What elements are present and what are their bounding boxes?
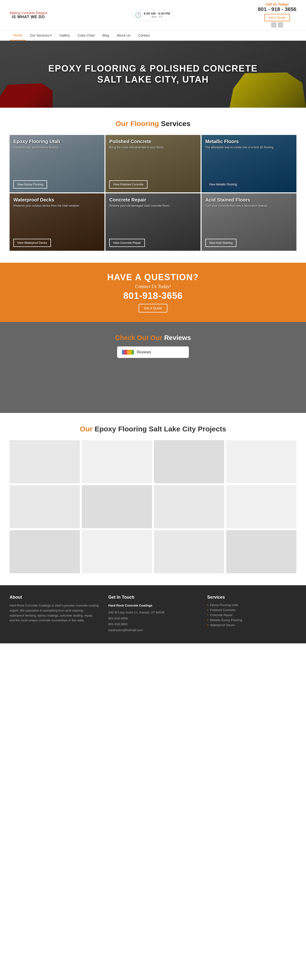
services-title: Our Flooring Services	[10, 119, 296, 128]
project-item	[10, 485, 80, 528]
project-item	[82, 530, 152, 573]
twitter-icon[interactable]: t	[278, 22, 283, 27]
project-item	[226, 440, 296, 483]
logo-subtitle: IS WHAT WE DO	[10, 15, 47, 19]
call-label: Call Us Today!	[258, 2, 296, 6]
footer-services: Services Epoxy Flooring Utah Polished Co…	[207, 595, 296, 634]
card-title-acid: Acid Stained Floors	[205, 197, 293, 203]
footer-company-name: Hard Rock Concrete Coatings	[108, 603, 197, 608]
footer-about-heading: About	[10, 595, 99, 600]
services-grid: Epoxy Flooring Utah Industrial high perf…	[10, 135, 296, 251]
cta-banner: HAVE A QUESTION? Contact Us Today! 801-9…	[0, 263, 306, 322]
view-acid-button[interactable]: View Acid Staining	[205, 239, 237, 247]
project-item	[226, 530, 296, 573]
project-item	[10, 440, 80, 483]
footer: About Hard Rock Concrete Coatings is Uta…	[0, 585, 306, 643]
reviews-content-area	[10, 358, 296, 401]
footer-service-item[interactable]: Epoxy Flooring Utah	[207, 603, 296, 607]
hero-text: EPOXY FLOORING & POLISHED CONCRETE SALT …	[48, 63, 258, 85]
header-get-quote-button[interactable]: Get A Quote	[265, 14, 290, 21]
projects-title: Our Epoxy Flooring Salt Lake City Projec…	[10, 425, 296, 433]
project-item	[226, 485, 296, 528]
service-card-polished[interactable]: Polished Concrete Bring the rustic indus…	[105, 135, 200, 192]
footer-contact-heading: Get In Touch	[108, 595, 197, 600]
footer-service-item[interactable]: Metallic Epoxy Flooring	[207, 618, 296, 622]
card-title-metallic: Metallic Floors	[205, 139, 293, 144]
view-polished-button[interactable]: View Polished Concrete	[109, 180, 147, 189]
card-title-polished: Polished Concrete	[109, 139, 197, 144]
top-header: Making Concrete Elegant IS WHAT WE DO 🕐 …	[0, 0, 306, 30]
nav-about[interactable]: About Us	[113, 30, 134, 40]
main-nav: Home Our Services Gallery Color Chart Bl…	[0, 30, 306, 41]
footer-service-item[interactable]: Polished Concrete	[207, 608, 296, 612]
card-desc-acid: Turn your concrete floor into a decorati…	[205, 204, 293, 207]
header-phone: 801 - 918 - 3656	[258, 6, 296, 13]
card-title-waterproof: Waterproof Decks	[13, 197, 101, 203]
footer-services-list: Epoxy Flooring Utah Polished Concrete Co…	[207, 603, 296, 627]
footer-email: hardrockrc@hotmail.com	[108, 628, 197, 633]
cta-quote-button[interactable]: Get A Quote	[139, 304, 167, 312]
reviews-widget[interactable]: G Reviews	[117, 347, 189, 358]
projects-grid	[10, 440, 296, 573]
nav-color-chart[interactable]: Color Chart	[74, 30, 99, 40]
nav-home[interactable]: Home	[10, 30, 26, 40]
footer-phone1: 801-918-3656	[108, 616, 197, 621]
hours-time: 8:00 AM - 6:00 PM	[144, 12, 170, 15]
footer-about-text: Hard Rock Concrete Coatings is Utah's pr…	[10, 603, 99, 623]
card-desc-epoxy: Industrial high performance flooring	[13, 146, 101, 149]
card-desc-polished: Bring the rustic industrial feel to your…	[109, 146, 197, 149]
cta-subheading: Contact Us Today!	[5, 284, 301, 289]
card-title-concrete: Concrete Repair	[109, 197, 197, 203]
hero-section: EPOXY FLOORING & POLISHED CONCRETE SALT …	[0, 41, 306, 108]
card-desc-waterproof: Preserve your outdoor decks from the Uta…	[13, 204, 101, 207]
projects-section: Our Epoxy Flooring Salt Lake City Projec…	[0, 413, 306, 585]
footer-services-heading: Services	[207, 595, 296, 600]
service-card-concrete[interactable]: Concrete Repair Restore your old damaged…	[105, 193, 200, 251]
view-metallic-button[interactable]: View Metallic Flooring	[205, 180, 241, 189]
view-concrete-button[interactable]: View Concrete Repair	[109, 239, 145, 247]
view-waterproof-button[interactable]: View Waterproof Decks	[13, 239, 51, 247]
cta-phone: 801-918-3656	[5, 291, 301, 301]
cta-heading: HAVE A QUESTION?	[5, 272, 301, 282]
facebook-icon[interactable]: f	[271, 22, 276, 27]
project-item	[82, 485, 152, 528]
card-desc-concrete: Restore your old damaged Utah concrete f…	[109, 204, 197, 207]
service-card-metallic[interactable]: Metallic Floors The affordable way to cr…	[201, 135, 296, 192]
nav-blog[interactable]: Blog	[98, 30, 113, 40]
footer-contact: Get In Touch Hard Rock Concrete Coatings…	[108, 595, 197, 634]
footer-service-item[interactable]: Waterproof Decks	[207, 623, 296, 627]
footer-address: 140 W Lazy Acres Ln, Kamas, UT 84036	[108, 610, 197, 615]
social-icons: f t	[258, 22, 296, 27]
reviews-label: Reviews	[137, 350, 151, 354]
hours-days: Mon - Fri	[144, 15, 170, 18]
service-card-waterproof[interactable]: Waterproof Decks Preserve your outdoor d…	[10, 193, 105, 251]
card-desc-metallic: The affordable way to create one of a ki…	[205, 146, 293, 149]
footer-service-item[interactable]: Concrete Repair	[207, 613, 296, 617]
project-item	[82, 440, 152, 483]
nav-services[interactable]: Our Services	[26, 30, 55, 40]
footer-phone2: 801-918-3852	[108, 622, 197, 627]
nav-contact[interactable]: Contact	[134, 30, 154, 40]
footer-about: About Hard Rock Concrete Coatings is Uta…	[10, 595, 99, 634]
reviews-section: Check Out Our Reviews G Reviews	[0, 322, 306, 413]
services-section: Our Flooring Services Epoxy Flooring Uta…	[0, 108, 306, 263]
card-title-epoxy: Epoxy Flooring Utah	[13, 139, 101, 144]
hours-section: 🕐 8:00 AM - 6:00 PM Mon - Fri	[131, 9, 174, 21]
header-contact: Call Us Today! 801 - 918 - 3656 Get A Qu…	[258, 2, 296, 27]
google-logo: G	[122, 350, 134, 355]
service-card-epoxy[interactable]: Epoxy Flooring Utah Industrial high perf…	[10, 135, 105, 192]
project-item	[154, 440, 224, 483]
service-card-acid[interactable]: Acid Stained Floors Turn your concrete f…	[201, 193, 296, 251]
logo-tagline: Making Concrete Elegant	[10, 11, 47, 15]
clock-icon: 🕐	[135, 12, 141, 18]
nav-gallery[interactable]: Gallery	[55, 30, 74, 40]
view-epoxy-button[interactable]: View Epoxy Flooring	[13, 180, 47, 189]
project-item	[10, 530, 80, 573]
logo: Making Concrete Elegant IS WHAT WE DO	[10, 11, 47, 19]
reviews-title: Check Out Our Reviews	[10, 334, 296, 342]
project-item	[154, 485, 224, 528]
project-item	[154, 530, 224, 573]
hero-title: EPOXY FLOORING & POLISHED CONCRETE SALT …	[48, 63, 258, 85]
